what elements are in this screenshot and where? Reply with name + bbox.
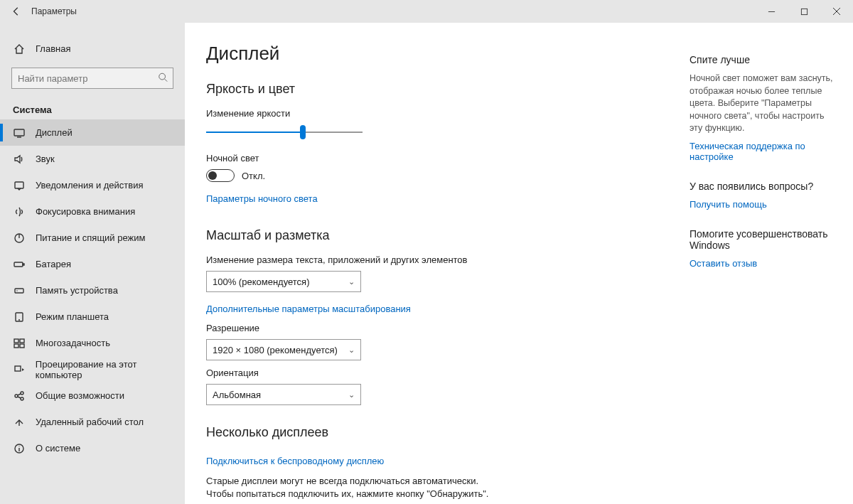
settings-content: Дисплей Яркость и цвет Изменение яркости… [185,23,690,504]
resolution-label: Разрешение [206,323,668,333]
orientation-label: Ориентация [206,368,668,378]
aside-sleep-title: Спите лучше [690,54,839,65]
svg-point-24 [21,397,23,400]
svg-rect-13 [15,289,23,293]
svg-rect-12 [23,264,24,265]
svg-rect-6 [14,129,24,136]
chevron-down-icon: ⌄ [348,277,355,286]
sidebar-item-label: Проецирование на этот компьютер [36,359,185,380]
sidebar: Главная Система Дисплей Звук Уведомления… [0,23,185,504]
sidebar-item-sound[interactable]: Звук [0,146,185,172]
remote-icon [13,417,26,428]
sidebar-item-label: Батарея [36,259,71,269]
old-displays-helper: Старые дисплеи могут не всегда подключат… [206,475,505,500]
focus-icon [13,206,26,218]
aside-sleep-link[interactable]: Техническая поддержка по настройке [690,141,839,162]
sidebar-item-focus[interactable]: Фокусировка внимания [0,198,185,225]
night-light-settings-link[interactable]: Параметры ночного света [206,193,318,204]
sidebar-item-projection[interactable]: Проецирование на этот компьютер [0,356,185,382]
minimize-button[interactable] [755,0,788,23]
sidebar-item-label: Уведомления и действия [36,180,144,191]
home-icon [13,43,26,55]
sidebar-item-label: Удаленный рабочий стол [36,417,144,427]
sidebar-item-label: Фокусировка внимания [36,206,135,217]
svg-rect-11 [14,262,23,267]
sidebar-item-about[interactable]: О системе [0,435,185,461]
projection-icon [13,364,26,375]
orientation-value: Альбомная [213,390,261,400]
svg-point-29 [18,445,19,446]
svg-line-25 [18,394,21,395]
close-button[interactable] [820,0,853,23]
chevron-down-icon: ⌄ [348,345,355,355]
slider-thumb[interactable] [300,125,306,139]
page-title: Дисплей [206,43,668,65]
svg-rect-17 [14,339,18,343]
sidebar-item-multitask[interactable]: Многозадачность [0,330,185,356]
sidebar-item-label: Режим планшета [36,311,109,322]
wireless-display-link[interactable]: Подключиться к беспроводному дисплею [206,456,384,466]
sidebar-item-battery[interactable]: Батарея [0,251,185,277]
sidebar-item-label: О системе [36,443,80,454]
about-icon [13,443,26,454]
sidebar-item-shared[interactable]: Общие возможности [0,382,185,409]
notifications-icon [13,180,26,191]
night-light-state: Откл. [242,171,265,181]
svg-point-23 [21,392,23,395]
svg-line-5 [165,79,168,82]
back-button[interactable] [6,0,27,23]
sidebar-item-storage[interactable]: Память устройства [0,277,185,304]
battery-icon [13,259,26,270]
scale-dropdown[interactable]: 100% (рекомендуется) ⌄ [206,271,361,292]
svg-rect-18 [20,339,24,343]
section-multi: Несколько дисплеев [206,425,668,440]
svg-rect-8 [15,182,23,188]
tablet-icon [13,311,26,323]
night-light-toggle[interactable] [206,169,235,182]
sidebar-home-label: Главная [36,43,70,54]
advanced-scaling-link[interactable]: Дополнительные параметры масштабирования [206,304,411,314]
svg-rect-19 [14,344,18,348]
sidebar-home[interactable]: Главная [0,36,185,62]
sidebar-item-label: Общие возможности [36,390,124,401]
maximize-button[interactable] [788,0,820,23]
orientation-dropdown[interactable]: Альбомная ⌄ [206,384,361,405]
sidebar-item-power[interactable]: Питание и спящий режим [0,225,185,251]
svg-line-26 [18,397,21,398]
svg-rect-20 [20,344,24,348]
svg-rect-1 [801,9,807,14]
brightness-label: Изменение яркости [206,108,668,119]
scale-value: 100% (рекомендуется) [213,277,309,287]
window-title: Параметры [31,6,77,16]
aside-questions-title: У вас появились вопросы? [690,181,839,192]
power-icon [13,232,26,244]
scale-label: Изменение размера текста, приложений и д… [206,254,668,265]
multitask-icon [13,338,26,349]
sound-icon [13,154,26,165]
titlebar: Параметры [0,0,853,23]
sidebar-item-label: Звук [36,154,55,164]
section-brightness: Яркость и цвет [206,82,668,97]
shared-icon [13,390,26,402]
storage-icon [13,285,26,296]
sidebar-item-label: Многозадачность [36,338,110,348]
search-icon [158,73,168,85]
sidebar-item-remote[interactable]: Удаленный рабочий стол [0,409,185,435]
svg-point-14 [16,290,17,291]
sidebar-section-label: Система [0,99,185,119]
sidebar-item-notifications[interactable]: Уведомления и действия [0,172,185,198]
sidebar-item-tablet[interactable]: Режим планшета [0,304,185,330]
aside-feedback-link[interactable]: Оставить отзыв [690,258,839,269]
aside-help-link[interactable]: Получить помощь [690,199,839,210]
display-icon [13,127,26,139]
aside: Спите лучше Ночной свет поможет вам засн… [690,23,853,504]
resolution-value: 1920 × 1080 (рекомендуется) [213,345,338,355]
svg-point-4 [159,73,166,80]
brightness-slider[interactable] [206,124,363,140]
sidebar-item-display[interactable]: Дисплей [0,119,185,146]
search-input[interactable] [11,68,173,89]
resolution-dropdown[interactable]: 1920 × 1080 (рекомендуется) ⌄ [206,339,361,360]
sidebar-search[interactable] [11,68,173,89]
svg-rect-21 [15,366,21,371]
chevron-down-icon: ⌄ [348,390,355,400]
